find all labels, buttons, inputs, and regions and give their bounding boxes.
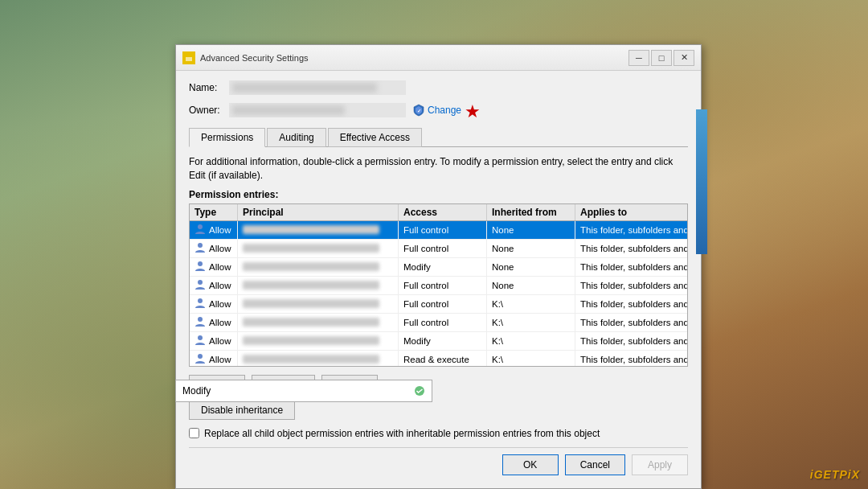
svg-point-10 — [198, 354, 203, 359]
cell-principal — [238, 258, 399, 276]
cell-inherited: K:\ — [487, 332, 575, 350]
table-row[interactable]: AllowFull controlK:\This folder, subfold… — [190, 314, 687, 332]
type-text: Allow — [209, 299, 231, 309]
col-type: Type — [190, 204, 238, 220]
cell-type: Allow — [190, 258, 238, 276]
cell-applies: This folder, subfolders and files — [575, 332, 687, 350]
cell-applies: This folder, subfolders and files — [575, 351, 687, 366]
owner-label: Owner: — [189, 105, 229, 116]
cell-access: Full control — [399, 221, 487, 239]
type-text: Allow — [209, 262, 231, 272]
change-link-text: Change — [428, 105, 461, 116]
cell-principal — [238, 221, 399, 239]
cell-access: Full control — [399, 314, 487, 331]
disable-inheritance-button[interactable]: Disable inheritance — [189, 401, 295, 420]
col-inherited: Inherited from — [487, 204, 575, 220]
shield-icon: ✓ — [412, 104, 425, 117]
cell-type: Allow — [190, 351, 238, 366]
cell-applies: This folder, subfolders and files — [575, 240, 687, 257]
tab-bar: Permissions Auditing Effective Access — [189, 127, 688, 147]
principal-text — [243, 281, 379, 290]
info-text: For additional information, double-click… — [189, 155, 688, 183]
cell-access: Read & execute — [399, 351, 487, 366]
table-row[interactable]: AllowFull controlNoneThis folder, subfol… — [190, 221, 687, 240]
owner-field-row: Owner: ✓ Change ★ — [189, 100, 688, 121]
cell-principal — [238, 277, 399, 294]
type-text: Allow — [209, 318, 231, 327]
cell-principal — [238, 332, 399, 350]
svg-point-8 — [198, 317, 203, 322]
table-row[interactable]: AllowModifyK:\This folder, subfolders an… — [190, 332, 687, 351]
accent-bar — [696, 109, 707, 254]
dialog-content: Name: Owner: ✓ Change ★ — [176, 71, 701, 488]
tab-auditing[interactable]: Auditing — [267, 128, 326, 147]
col-access: Access — [399, 204, 487, 220]
cell-principal — [238, 295, 399, 313]
taskbar-icons — [414, 385, 425, 397]
table-row[interactable]: AllowModifyNoneThis folder, subfolders a… — [190, 258, 687, 277]
watermark: iGETPiX — [810, 468, 860, 481]
cell-access: Full control — [399, 277, 487, 294]
cell-access: Modify — [399, 258, 487, 276]
dialog-buttons: OK Cancel Apply — [189, 447, 688, 479]
tab-effective-access[interactable]: Effective Access — [328, 128, 422, 147]
cancel-button[interactable]: Cancel — [565, 454, 625, 475]
table-row[interactable]: AllowFull controlNoneThis folder, subfol… — [190, 277, 687, 295]
principal-text — [243, 318, 379, 327]
cell-inherited: K:\ — [487, 314, 575, 331]
star-annotation: ★ — [465, 101, 481, 122]
col-principal: Principal — [238, 204, 399, 220]
replace-checkbox-label: Replace all child object permission entr… — [204, 428, 600, 439]
cell-principal — [238, 240, 399, 257]
principal-text — [243, 244, 379, 253]
svg-text:✓: ✓ — [417, 109, 421, 113]
principal-text — [243, 299, 379, 308]
cell-access: Full control — [399, 295, 487, 313]
type-text: Allow — [209, 281, 231, 290]
type-text: Allow — [209, 355, 231, 364]
cell-inherited: None — [487, 240, 575, 257]
ok-button[interactable]: OK — [502, 454, 559, 475]
tab-permissions[interactable]: Permissions — [189, 128, 265, 147]
taskbar-item: Modify — [175, 380, 432, 402]
cell-type: Allow — [190, 295, 238, 313]
name-label: Name: — [189, 82, 229, 93]
user-icon — [194, 298, 206, 310]
svg-point-6 — [198, 280, 203, 285]
change-button[interactable]: ✓ Change — [412, 104, 461, 117]
title-bar: Advanced Security Settings ─ □ ✕ — [176, 45, 701, 71]
replace-checkbox[interactable] — [189, 428, 199, 438]
table-row[interactable]: AllowFull controlK:\This folder, subfold… — [190, 295, 687, 314]
principal-text — [243, 355, 379, 364]
user-icon — [194, 279, 206, 292]
apply-button[interactable]: Apply — [632, 454, 688, 475]
inheritance-row: Disable inheritance — [189, 401, 688, 420]
table-header: Type Principal Access Inherited from App… — [190, 204, 687, 221]
taskbar-text: Modify — [182, 385, 211, 397]
table-row[interactable]: AllowRead & executeK:\This folder, subfo… — [190, 351, 687, 366]
cell-applies: This folder, subfolders and files — [575, 277, 687, 294]
svg-point-9 — [198, 335, 203, 340]
table-row[interactable]: AllowFull controlNoneThis folder, subfol… — [190, 240, 687, 258]
principal-text — [243, 336, 379, 345]
cell-type: Allow — [190, 332, 238, 350]
user-icon — [194, 242, 206, 255]
user-icon — [194, 316, 206, 329]
check-icon — [414, 385, 425, 397]
col-applies: Applies to — [575, 204, 736, 220]
owner-blurred — [232, 105, 345, 115]
svg-point-7 — [198, 298, 203, 303]
cell-access: Modify — [399, 332, 487, 350]
cell-principal — [238, 351, 399, 366]
cell-type: Allow — [190, 314, 238, 331]
minimize-button[interactable]: ─ — [628, 50, 649, 66]
svg-point-5 — [198, 261, 203, 266]
permissions-table: Type Principal Access Inherited from App… — [189, 203, 688, 367]
user-icon — [194, 224, 206, 236]
restore-button[interactable]: □ — [651, 50, 672, 66]
close-button[interactable]: ✕ — [674, 50, 694, 66]
main-dialog: Advanced Security Settings ─ □ ✕ Name: O… — [175, 44, 702, 489]
cell-inherited: None — [487, 221, 575, 239]
svg-point-4 — [198, 243, 203, 248]
cell-applies: This folder, subfolders and files — [575, 314, 687, 331]
